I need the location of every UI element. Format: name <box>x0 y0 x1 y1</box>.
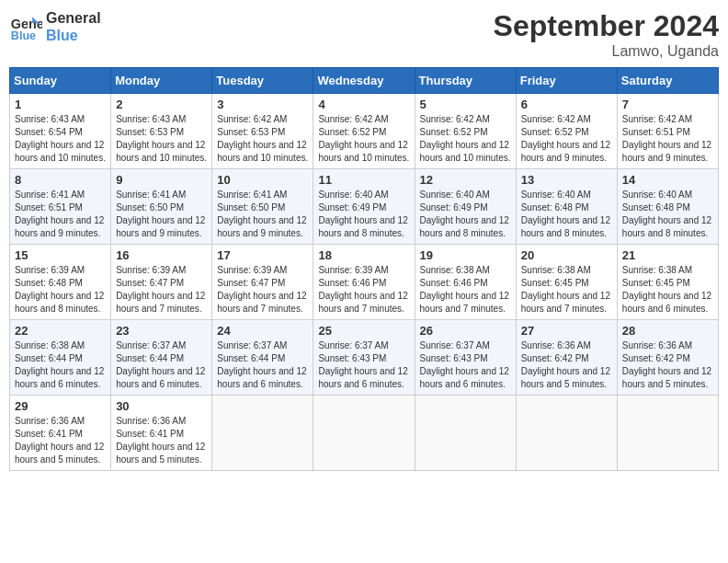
location: Lamwo, Uganda <box>494 43 719 60</box>
day-number: 24 <box>217 324 308 338</box>
table-row: 1 Sunrise: 6:43 AMSunset: 6:54 PMDayligh… <box>10 94 111 169</box>
day-number: 18 <box>318 248 409 262</box>
table-row: 6 Sunrise: 6:42 AM Sunset: 6:52 PM Dayli… <box>516 94 617 169</box>
col-thursday: Thursday <box>415 68 516 94</box>
day-info: Sunrise: 6:40 AM Sunset: 6:49 PM Dayligh… <box>318 189 409 240</box>
calendar-week-1: 1 Sunrise: 6:43 AMSunset: 6:54 PMDayligh… <box>10 94 719 169</box>
day-info: Sunrise: 6:39 AM Sunset: 6:47 PM Dayligh… <box>217 264 308 316</box>
table-row <box>617 396 718 471</box>
day-number: 11 <box>318 173 409 187</box>
day-info: Sunrise: 6:36 AM Sunset: 6:42 PM Dayligh… <box>622 339 713 391</box>
day-number: 21 <box>622 248 713 262</box>
day-number: 13 <box>521 173 612 187</box>
table-row: 29 Sunrise: 6:36 AM Sunset: 6:41 PM Dayl… <box>10 396 111 471</box>
table-row: 22 Sunrise: 6:38 AM Sunset: 6:44 PM Dayl… <box>10 320 111 396</box>
col-sunday: Sunday <box>10 68 111 94</box>
table-row: 17 Sunrise: 6:39 AM Sunset: 6:47 PM Dayl… <box>212 245 313 320</box>
day-number: 22 <box>15 324 106 338</box>
day-info: Sunrise: 6:42 AM Sunset: 6:53 PM Dayligh… <box>217 113 308 165</box>
day-info: Sunrise: 6:36 AM Sunset: 6:41 PM Dayligh… <box>15 415 106 466</box>
table-row: 14 Sunrise: 6:40 AM Sunset: 6:48 PM Dayl… <box>617 169 718 245</box>
header-row: Sunday Monday Tuesday Wednesday Thursday… <box>10 68 719 94</box>
day-info: Sunrise: 6:38 AM Sunset: 6:45 PM Dayligh… <box>521 264 612 316</box>
table-row: 19 Sunrise: 6:38 AM Sunset: 6:46 PM Dayl… <box>415 245 516 320</box>
table-row <box>313 396 415 471</box>
table-row: 23 Sunrise: 6:37 AM Sunset: 6:44 PM Dayl… <box>111 320 212 396</box>
day-number: 9 <box>116 173 207 187</box>
day-number: 17 <box>217 248 308 262</box>
day-number: 29 <box>15 399 106 413</box>
day-number: 26 <box>420 324 511 338</box>
logo: General Blue General Blue <box>9 9 101 44</box>
day-number: 25 <box>318 324 409 338</box>
day-info: Sunrise: 6:36 AM Sunset: 6:42 PM Dayligh… <box>521 339 612 391</box>
day-info: Sunrise: 6:40 AM Sunset: 6:48 PM Dayligh… <box>521 189 612 240</box>
table-row: 27 Sunrise: 6:36 AM Sunset: 6:42 PM Dayl… <box>516 320 617 396</box>
table-row: 16 Sunrise: 6:39 AM Sunset: 6:47 PM Dayl… <box>111 245 212 320</box>
table-row: 20 Sunrise: 6:38 AM Sunset: 6:45 PM Dayl… <box>516 245 617 320</box>
col-wednesday: Wednesday <box>313 68 415 94</box>
calendar-table: Sunday Monday Tuesday Wednesday Thursday… <box>9 67 719 471</box>
title-block: September 2024 Lamwo, Uganda <box>494 9 719 60</box>
day-number: 14 <box>622 173 713 187</box>
table-row: 13 Sunrise: 6:40 AM Sunset: 6:48 PM Dayl… <box>516 169 617 245</box>
svg-text:Blue: Blue <box>11 30 36 43</box>
table-row: 24 Sunrise: 6:37 AM Sunset: 6:44 PM Dayl… <box>212 320 313 396</box>
table-row: 3 Sunrise: 6:42 AM Sunset: 6:53 PM Dayli… <box>212 94 313 169</box>
logo-line1: General <box>46 9 101 27</box>
table-row: 28 Sunrise: 6:36 AM Sunset: 6:42 PM Dayl… <box>617 320 718 396</box>
table-row <box>516 396 617 471</box>
col-tuesday: Tuesday <box>212 68 313 94</box>
day-info: Sunrise: 6:37 AM Sunset: 6:44 PM Dayligh… <box>116 339 207 391</box>
table-row: 18 Sunrise: 6:39 AM Sunset: 6:46 PM Dayl… <box>313 245 415 320</box>
day-info: Sunrise: 6:39 AM Sunset: 6:47 PM Dayligh… <box>116 264 207 316</box>
day-number: 4 <box>318 98 409 111</box>
calendar-week-3: 15 Sunrise: 6:39 AM Sunset: 6:48 PM Dayl… <box>10 245 719 320</box>
day-info: Sunrise: 6:42 AM Sunset: 6:52 PM Dayligh… <box>318 113 409 165</box>
table-row <box>415 396 516 471</box>
day-number: 19 <box>420 248 511 262</box>
day-info: Sunrise: 6:40 AM Sunset: 6:49 PM Dayligh… <box>420 189 511 240</box>
day-number: 20 <box>521 248 612 262</box>
day-number: 12 <box>420 173 511 187</box>
day-info: Sunrise: 6:39 AM Sunset: 6:46 PM Dayligh… <box>318 264 409 316</box>
table-row: 15 Sunrise: 6:39 AM Sunset: 6:48 PM Dayl… <box>10 245 111 320</box>
table-row: 7 Sunrise: 6:42 AM Sunset: 6:51 PM Dayli… <box>617 94 718 169</box>
day-number: 28 <box>622 324 713 338</box>
table-row: 8 Sunrise: 6:41 AM Sunset: 6:51 PM Dayli… <box>10 169 111 245</box>
day-info: Sunrise: 6:38 AM Sunset: 6:45 PM Dayligh… <box>622 264 713 316</box>
calendar-week-5: 29 Sunrise: 6:36 AM Sunset: 6:41 PM Dayl… <box>10 396 719 471</box>
day-info: Sunrise: 6:38 AM Sunset: 6:44 PM Dayligh… <box>15 339 106 391</box>
day-number: 27 <box>521 324 612 338</box>
day-number: 15 <box>15 248 106 262</box>
table-row: 30 Sunrise: 6:36 AM Sunset: 6:41 PM Dayl… <box>111 396 212 471</box>
col-friday: Friday <box>516 68 617 94</box>
day-number: 16 <box>116 248 207 262</box>
day-info: Sunrise: 6:42 AM Sunset: 6:52 PM Dayligh… <box>420 113 511 165</box>
calendar-week-2: 8 Sunrise: 6:41 AM Sunset: 6:51 PM Dayli… <box>10 169 719 245</box>
day-info: Sunrise: 6:37 AM Sunset: 6:43 PM Dayligh… <box>318 339 409 391</box>
day-number: 8 <box>15 173 106 187</box>
table-row: 11 Sunrise: 6:40 AM Sunset: 6:49 PM Dayl… <box>313 169 415 245</box>
table-row: 5 Sunrise: 6:42 AM Sunset: 6:52 PM Dayli… <box>415 94 516 169</box>
day-info: Sunrise: 6:41 AM Sunset: 6:50 PM Dayligh… <box>217 189 308 240</box>
logo-icon: General Blue <box>9 10 42 43</box>
day-number: 6 <box>521 98 612 111</box>
logo-line2: Blue <box>46 27 101 44</box>
calendar-week-4: 22 Sunrise: 6:38 AM Sunset: 6:44 PM Dayl… <box>10 320 719 396</box>
day-info: Sunrise: 6:38 AM Sunset: 6:46 PM Dayligh… <box>420 264 511 316</box>
day-info: Sunrise: 6:39 AM Sunset: 6:48 PM Dayligh… <box>15 264 106 316</box>
day-info: Sunrise: 6:42 AM Sunset: 6:51 PM Dayligh… <box>622 113 713 165</box>
day-number: 3 <box>217 98 308 111</box>
table-row: 26 Sunrise: 6:37 AM Sunset: 6:43 PM Dayl… <box>415 320 516 396</box>
table-row: 2 Sunrise: 6:43 AM Sunset: 6:53 PM Dayli… <box>111 94 212 169</box>
day-info: Sunrise: 6:41 AM Sunset: 6:51 PM Dayligh… <box>15 189 106 240</box>
table-row: 12 Sunrise: 6:40 AM Sunset: 6:49 PM Dayl… <box>415 169 516 245</box>
day-number: 5 <box>420 98 511 111</box>
col-saturday: Saturday <box>617 68 718 94</box>
table-row: 25 Sunrise: 6:37 AM Sunset: 6:43 PM Dayl… <box>313 320 415 396</box>
day-number: 7 <box>622 98 713 111</box>
day-info: Sunrise: 6:43 AM Sunset: 6:53 PM Dayligh… <box>116 113 207 165</box>
day-info: Sunrise: 6:36 AM Sunset: 6:41 PM Dayligh… <box>116 415 207 466</box>
day-number: 2 <box>116 98 207 111</box>
